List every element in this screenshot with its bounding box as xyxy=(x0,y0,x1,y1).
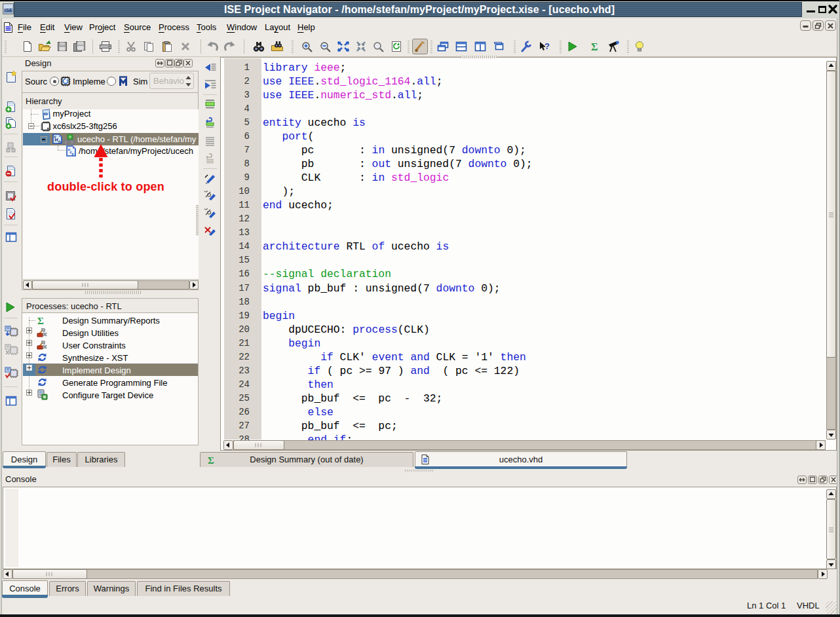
svg-text:Σ: Σ xyxy=(208,455,214,466)
svg-text:D: D xyxy=(58,140,61,144)
svg-text:Σ: Σ xyxy=(591,41,598,52)
svg-text:ISE: ISE xyxy=(5,7,14,13)
svg-text:?: ? xyxy=(544,41,550,51)
svg-text:F: F xyxy=(72,153,75,157)
svg-text:H: H xyxy=(55,138,58,142)
svg-text:Σ: Σ xyxy=(37,316,44,326)
